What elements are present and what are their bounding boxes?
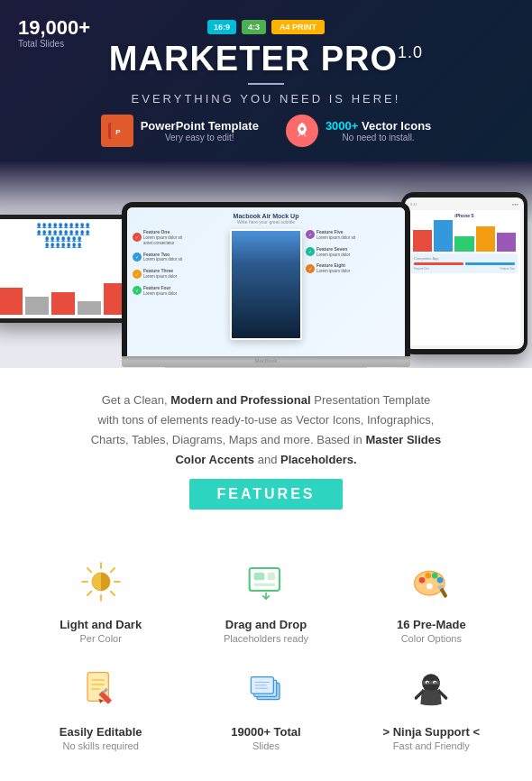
support-sub: Fast and Friendly bbox=[359, 740, 503, 751]
features-row-2: Easily Editable No skills required 19000… bbox=[18, 662, 514, 751]
device-phone: 9:41●●● iPhone S bbox=[401, 192, 527, 354]
device-left: 👤👤👤👤👤👤👤👤👤👤 👤👤👤👤👤👤👤👤👤👤 👤👤👤👤👤👤👤 👤👤👤👤👤👤👤 bbox=[0, 215, 135, 359]
desc-line3: with tons of elements ready-to-use as Ve… bbox=[98, 413, 435, 427]
support-title: > Ninja Support < bbox=[359, 725, 503, 739]
layers-icon-wrap bbox=[239, 662, 293, 716]
slides-number: 19,000+ bbox=[18, 18, 90, 38]
powerpoint-sub: Very easy to edit! bbox=[141, 133, 259, 142]
phone-outer: 9:41●●● iPhone S bbox=[401, 192, 527, 354]
center-image bbox=[230, 229, 302, 340]
badge-43: 4:3 bbox=[242, 20, 266, 34]
powerpoint-title: PowerPoint Template bbox=[141, 119, 259, 133]
slide-main-sub: Write here your great subtitle bbox=[133, 219, 399, 225]
icons-feature: 3000+ Vector Icons No need to install. bbox=[286, 115, 431, 147]
main-title: MARKETER PRO1.0 EVERYTHING YOU NEED IS H… bbox=[18, 41, 514, 106]
feature-drag-drop: Drag and Drop Placeholders ready bbox=[194, 555, 338, 644]
sun-icon-wrap bbox=[74, 555, 128, 609]
product-title: MARKETER PRO1.0 bbox=[18, 41, 514, 76]
format-badges: 16:9 4:3 A4 PRINT bbox=[207, 20, 325, 34]
total-slides-sub: Slides bbox=[194, 740, 338, 751]
feature-support: > Ninja Support < Fast and Friendly bbox=[359, 662, 503, 751]
right-features: ✓ Feature FiveLorem ipsum dolor sit ✓ Fe… bbox=[306, 229, 399, 340]
desc-line2: Presentation Template bbox=[311, 393, 431, 407]
laptop-screen: Macbook Air Mock Up Write here your grea… bbox=[122, 202, 410, 356]
ninja-icon-wrap bbox=[404, 662, 458, 716]
powerpoint-icon: P bbox=[101, 115, 133, 147]
drag-drop-sub: Placeholders ready bbox=[194, 633, 338, 644]
tagline: EVERYTHING YOU NEED IS HERE! bbox=[18, 92, 514, 106]
feature-editable: Easily Editable No skills required bbox=[29, 662, 173, 751]
mockup-section: 👤👤👤👤👤👤👤👤👤👤 👤👤👤👤👤👤👤👤👤👤 👤👤👤👤👤👤👤 👤👤👤👤👤👤👤 bbox=[0, 161, 532, 368]
badge-169: 16:9 bbox=[207, 20, 236, 34]
powerpoint-feature: P PowerPoint Template Very easy to edit! bbox=[101, 115, 259, 147]
svg-point-43 bbox=[435, 682, 436, 684]
icons-title: 3000+ Vector Icons bbox=[326, 119, 431, 133]
svg-rect-39 bbox=[422, 681, 440, 685]
total-slides-title: 19000+ Total bbox=[194, 725, 338, 739]
feature-color-options: 16 Pre-Made Color Options bbox=[359, 555, 503, 644]
editable-title: Easily Editable bbox=[29, 725, 173, 739]
svg-rect-14 bbox=[254, 573, 265, 580]
powerpoint-text: PowerPoint Template Very easy to edit! bbox=[141, 119, 259, 142]
rocket-icon bbox=[286, 115, 318, 147]
laptop-base bbox=[122, 356, 410, 367]
devices-wrapper: 👤👤👤👤👤👤👤👤👤👤 👤👤👤👤👤👤👤👤👤👤 👤👤👤👤👤👤👤 👤👤👤👤👤👤👤 bbox=[0, 161, 532, 368]
svg-rect-15 bbox=[268, 573, 275, 580]
svg-line-9 bbox=[87, 568, 91, 572]
svg-line-12 bbox=[87, 592, 91, 595]
desc-bold3: Color Accents bbox=[175, 453, 254, 466]
desc-bold2: Master Slides bbox=[365, 433, 441, 446]
features-banner: FEATURES bbox=[27, 479, 505, 510]
description-text: Get a Clean, Modern and Professional Pre… bbox=[27, 390, 505, 470]
desc-bold1: Modern and Professional bbox=[170, 393, 310, 407]
svg-line-11 bbox=[110, 568, 114, 572]
left-screen-inner: 👤👤👤👤👤👤👤👤👤👤 👤👤👤👤👤👤👤👤👤👤 👤👤👤👤👤👤👤 👤👤👤👤👤👤👤 bbox=[0, 219, 131, 318]
drag-icon-wrap bbox=[239, 555, 293, 609]
slide-main-title: Macbook Air Mock Up bbox=[133, 213, 399, 219]
svg-rect-16 bbox=[254, 583, 275, 586]
svg-point-19 bbox=[426, 573, 432, 579]
laptop-inner: Macbook Air Mock Up Write here your grea… bbox=[127, 207, 405, 356]
light-dark-title: Light and Dark bbox=[29, 618, 173, 631]
laptop-stand bbox=[165, 367, 367, 368]
svg-line-10 bbox=[110, 592, 114, 595]
svg-point-24 bbox=[427, 583, 433, 590]
edit-icon-wrap bbox=[74, 662, 128, 716]
feature-light-dark: Light and Dark Per Color bbox=[29, 555, 173, 644]
left-screen-outer: 👤👤👤👤👤👤👤👤👤👤 👤👤👤👤👤👤👤👤👤👤 👤👤👤👤👤👤👤 👤👤👤👤👤👤👤 bbox=[0, 215, 135, 323]
desc-line1: Get a Clean, bbox=[102, 393, 171, 407]
icons-sub: No need to install. bbox=[326, 133, 431, 142]
light-dark-sub: Per Color bbox=[29, 633, 173, 644]
svg-text:P: P bbox=[115, 128, 121, 136]
icons-text: 3000+ Vector Icons No need to install. bbox=[326, 119, 431, 142]
svg-point-42 bbox=[427, 682, 429, 684]
drag-drop-title: Drag and Drop bbox=[194, 618, 338, 631]
svg-line-45 bbox=[440, 693, 446, 699]
palette-icon-wrap bbox=[404, 555, 458, 609]
product-features-row: P PowerPoint Template Very easy to edit! bbox=[18, 115, 514, 147]
color-options-title: 16 Pre-Made bbox=[359, 618, 503, 631]
desc-bold4: Placeholders. bbox=[280, 453, 357, 466]
features-grid: Light and Dark Per Color Drag and Drop P… bbox=[0, 546, 532, 781]
left-features: ✓ Feature OneLorem ipsum dolor sitamet c… bbox=[133, 229, 226, 340]
feature-total-slides: 19000+ Total Slides bbox=[194, 662, 338, 751]
editable-sub: No skills required bbox=[29, 740, 173, 751]
title-divider bbox=[248, 83, 284, 85]
features-badge-label: FEATURES bbox=[189, 479, 342, 510]
svg-point-20 bbox=[432, 573, 438, 579]
description-section: Get a Clean, Modern and Professional Pre… bbox=[0, 368, 532, 546]
svg-point-18 bbox=[419, 577, 426, 583]
svg-line-44 bbox=[417, 693, 423, 699]
top-section: 19,000+ Total Slides 16:9 4:3 A4 PRINT M… bbox=[0, 0, 532, 161]
svg-point-3 bbox=[300, 127, 304, 131]
badge-a4: A4 PRINT bbox=[271, 20, 325, 34]
desc-line4: Charts, Tables, Diagrams, Maps and more.… bbox=[91, 433, 366, 446]
features-row-1: Light and Dark Per Color Drag and Drop P… bbox=[18, 555, 514, 644]
svg-point-21 bbox=[437, 577, 444, 583]
phone-inner: 9:41●●● iPhone S bbox=[405, 198, 524, 349]
color-options-sub: Color Options bbox=[359, 633, 503, 644]
svg-rect-13 bbox=[250, 568, 280, 591]
device-laptop: Macbook Air Mock Up Write here your grea… bbox=[122, 202, 410, 368]
